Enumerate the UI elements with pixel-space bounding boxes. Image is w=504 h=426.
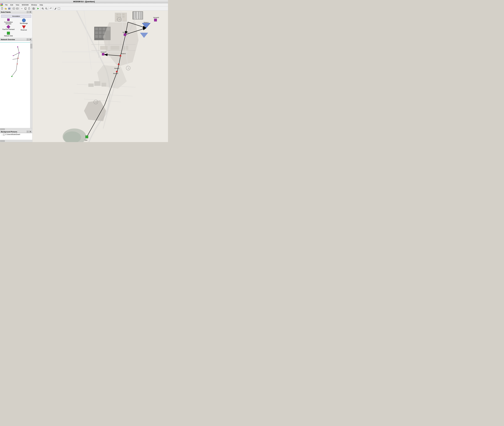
overview-scrollbar-horizontal[interactable]: [0, 128, 32, 130]
title-bar: MODSIM 8.6 - [Querétaro]: [0, 0, 168, 3]
toolbar-zoom-out[interactable]: [45, 7, 48, 10]
node-item-consumptive[interactable]: Consumptive Demand: [1, 19, 16, 25]
node-palette-header: Node Palette □ ✕: [0, 11, 32, 14]
toolbar-paste[interactable]: [28, 7, 31, 10]
svg-line-39: [13, 53, 19, 56]
toolbar-run[interactable]: [36, 7, 40, 10]
toolbar-select[interactable]: [57, 7, 61, 10]
svg-rect-1: [2, 4, 3, 5]
svg-rect-118: [124, 34, 126, 36]
node-palette-section: Node Palette □ ✕ Annotation Consumptive …: [0, 11, 32, 38]
network-overview-title: Network Overview: [1, 39, 15, 40]
svg-rect-22: [33, 7, 34, 8]
toolbar-copy[interactable]: [24, 7, 27, 10]
svg-rect-61: [136, 12, 136, 19]
svg-rect-75: [95, 35, 98, 38]
overview-close[interactable]: ✕: [29, 38, 31, 41]
svg-rect-10: [13, 8, 15, 9]
panel-minimize[interactable]: □: [27, 11, 29, 13]
toolbar-new[interactable]: [0, 7, 4, 10]
svg-rect-68: [95, 28, 98, 30]
toolbar-cut[interactable]: ✂: [20, 7, 24, 10]
networksink-icon: [7, 32, 10, 35]
bg-minimize[interactable]: □: [27, 131, 29, 133]
overview-minimize[interactable]: □: [27, 38, 29, 41]
toolbar-fit2[interactable]: [16, 7, 19, 10]
map-area[interactable]: ① ② ③: [32, 11, 168, 142]
flowthru-icon: [7, 25, 10, 28]
bg-dots: …: [1, 134, 2, 135]
svg-rect-69: [99, 28, 102, 30]
toolbar-fit[interactable]: [12, 7, 15, 10]
svg-rect-47: [30, 44, 32, 48]
svg-rect-43: [13, 55, 14, 56]
map-background: ① ② ③: [32, 11, 168, 142]
svg-rect-12: [16, 8, 18, 9]
menu-view[interactable]: View: [14, 4, 21, 6]
bg-close[interactable]: ✕: [29, 131, 31, 133]
node-item-flowthru[interactable]: FlowThru Demand: [1, 26, 16, 31]
main-area: Node Palette □ ✕ Annotation Consumptive …: [0, 11, 168, 142]
toolbar: ✂: [0, 7, 168, 11]
svg-rect-55: [122, 16, 125, 18]
svg-text:Sink: Sink: [85, 139, 87, 141]
svg-rect-97: [88, 84, 93, 87]
toolbar-zoom-in[interactable]: [41, 7, 44, 10]
svg-rect-2: [0, 5, 2, 6]
svg-line-37: [16, 64, 17, 71]
toolbar-open[interactable]: [4, 7, 7, 10]
reservoir-icon: [22, 26, 26, 29]
reservoir-label: Reservoir: [21, 29, 27, 31]
svg-line-34: [18, 47, 19, 53]
svg-line-38: [12, 71, 16, 76]
menu-window[interactable]: Window: [30, 4, 38, 6]
svg-rect-19: [29, 7, 29, 8]
svg-text:Reserv1: Reserv1: [144, 22, 149, 23]
flowthru-label: FlowThru Demand: [2, 28, 14, 30]
nonstorage-icon: [22, 19, 26, 22]
svg-line-35: [18, 53, 19, 59]
menu-help[interactable]: Help: [38, 4, 44, 6]
svg-text:Reserv4: Reserv4: [113, 73, 118, 74]
bg-checkbox[interactable]: [3, 134, 5, 135]
overview-canvas[interactable]: [0, 41, 30, 128]
svg-rect-33: [58, 7, 60, 10]
svg-rect-41: [17, 46, 18, 47]
svg-text:①: ①: [119, 19, 121, 21]
node-item-reservoir[interactable]: Reservoir: [17, 26, 31, 31]
bg-scrollbar-thumb[interactable]: [0, 140, 5, 142]
svg-rect-76: [99, 35, 102, 38]
svg-text:③: ③: [95, 101, 97, 103]
app-title: MODSIM 8.6 - [Querétaro]: [73, 0, 95, 3]
panel-close[interactable]: ✕: [29, 11, 31, 13]
background-pictures-title: Background Pictures: [1, 131, 17, 133]
menu-file[interactable]: File: [4, 4, 9, 6]
svg-rect-96: [102, 83, 106, 86]
svg-rect-64: [139, 12, 140, 19]
svg-text:Reserv2: Reserv2: [121, 53, 126, 54]
svg-text:✂: ✂: [21, 7, 23, 10]
bg-scrollbar-horizontal[interactable]: [0, 140, 32, 142]
toolbar-camera[interactable]: [32, 7, 35, 10]
annotation-button[interactable]: Annotation: [1, 15, 31, 18]
h-scrollbar-thumb[interactable]: [0, 128, 5, 130]
svg-rect-52: [122, 14, 125, 15]
menu-edit[interactable]: Edit: [9, 4, 14, 6]
consumptive-label: Consumptive Demand: [1, 21, 16, 25]
panel-controls: □ ✕: [27, 11, 31, 13]
menu-bar: File Edit View MODSIM Window Help: [0, 3, 168, 7]
svg-rect-9: [9, 9, 10, 9]
toolbar-save[interactable]: [8, 7, 11, 10]
svg-rect-63: [138, 12, 139, 19]
node-item-nonstorage[interactable]: NonStorage: [17, 19, 31, 25]
node-item-networksink[interactable]: Network Sink: [1, 32, 16, 37]
toolbar-edit-node[interactable]: [54, 7, 57, 10]
bg-pictures-controls: □ ✕: [27, 131, 31, 133]
svg-rect-73: [99, 31, 102, 34]
network-overview-controls: □ ✕: [27, 38, 31, 41]
menu-modsim[interactable]: MODSIM: [21, 4, 30, 6]
overview-scrollbar-vertical[interactable]: [30, 41, 32, 128]
node-palette-title: Node Palette: [1, 11, 11, 13]
svg-rect-129: [85, 135, 88, 138]
toolbar-undo[interactable]: [49, 7, 52, 10]
